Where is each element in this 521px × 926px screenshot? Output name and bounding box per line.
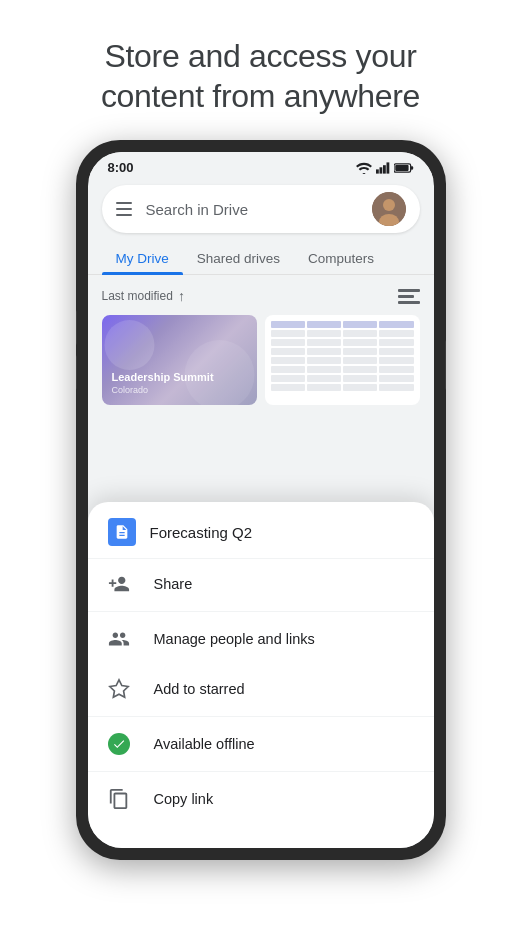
starred-label: Add to starred <box>154 681 245 697</box>
battery-icon <box>394 162 414 174</box>
divider-1 <box>88 611 434 612</box>
offline-label: Available offline <box>154 736 255 752</box>
headline-line2: content from anywhere <box>101 78 420 114</box>
share-label: Share <box>154 576 193 592</box>
bottom-sheet: Forecasting Q2 Share <box>88 502 434 848</box>
files-section: Last modified ↑ Leadership Summit Colora… <box>88 275 434 405</box>
tabs-bar: My Drive Shared drives Computers <box>88 241 434 275</box>
sheet-file-name: Forecasting Q2 <box>150 524 253 541</box>
thumb-subtitle-1: Colorado <box>112 385 247 395</box>
manage-people-label: Manage people and links <box>154 631 315 647</box>
status-bar: 8:00 <box>88 152 434 179</box>
svg-point-8 <box>383 199 395 211</box>
divider-2 <box>88 716 434 717</box>
menu-item-manage-people[interactable]: Manage people and links <box>88 614 434 664</box>
svg-rect-2 <box>383 165 386 173</box>
check-circle-icon <box>108 733 130 755</box>
copy-link-label: Copy link <box>154 791 214 807</box>
volume-up-button <box>76 310 77 345</box>
sort-label-text: Last modified <box>102 289 173 303</box>
avatar[interactable] <box>372 192 406 226</box>
search-bar[interactable]: Search in Drive <box>102 185 420 233</box>
svg-marker-10 <box>109 680 127 697</box>
menu-item-copy-link[interactable]: Copy link <box>88 774 434 824</box>
power-button <box>445 340 446 390</box>
view-toggle-icon[interactable] <box>398 285 420 307</box>
svg-rect-5 <box>410 166 413 169</box>
menu-item-offline[interactable]: Available offline <box>88 719 434 769</box>
tab-shared-drives[interactable]: Shared drives <box>183 241 294 274</box>
manage-people-icon <box>108 628 130 650</box>
phone-screen: 8:00 <box>88 152 434 848</box>
menu-item-share[interactable]: Share <box>88 559 434 609</box>
svg-rect-6 <box>395 165 408 171</box>
status-time: 8:00 <box>108 160 134 175</box>
svg-rect-1 <box>379 167 382 173</box>
phone-mockup: 8:00 <box>76 140 446 860</box>
svg-rect-3 <box>386 162 389 173</box>
document-icon <box>114 524 130 540</box>
divider-3 <box>88 771 434 772</box>
spreadsheet-preview <box>269 319 416 401</box>
doc-icon <box>108 518 136 546</box>
star-icon <box>108 678 130 700</box>
person-add-icon <box>108 573 130 595</box>
status-icons <box>356 162 414 174</box>
thumb-title-1: Leadership Summit <box>112 370 247 384</box>
hamburger-icon[interactable] <box>116 202 132 216</box>
signal-icon <box>376 162 390 174</box>
sheet-file-header: Forecasting Q2 <box>88 502 434 559</box>
files-grid: Leadership Summit Colorado <box>102 315 420 405</box>
headline-line1: Store and access your <box>104 38 416 74</box>
copy-icon <box>108 788 130 810</box>
sort-row: Last modified ↑ <box>102 275 420 315</box>
search-placeholder: Search in Drive <box>146 201 372 218</box>
headline: Store and access your content from anywh… <box>71 0 450 140</box>
tab-my-drive[interactable]: My Drive <box>102 241 183 274</box>
file-thumb-sheet[interactable] <box>265 315 420 405</box>
volume-down-button <box>76 355 77 390</box>
menu-item-starred[interactable]: Add to starred <box>88 664 434 714</box>
tab-computers[interactable]: Computers <box>294 241 388 274</box>
wifi-icon <box>356 162 372 174</box>
file-thumb-presentation[interactable]: Leadership Summit Colorado <box>102 315 257 405</box>
svg-rect-0 <box>376 169 379 173</box>
sort-label[interactable]: Last modified ↑ <box>102 288 185 304</box>
phone-shell: 8:00 <box>76 140 446 860</box>
sort-arrow-icon: ↑ <box>178 288 185 304</box>
